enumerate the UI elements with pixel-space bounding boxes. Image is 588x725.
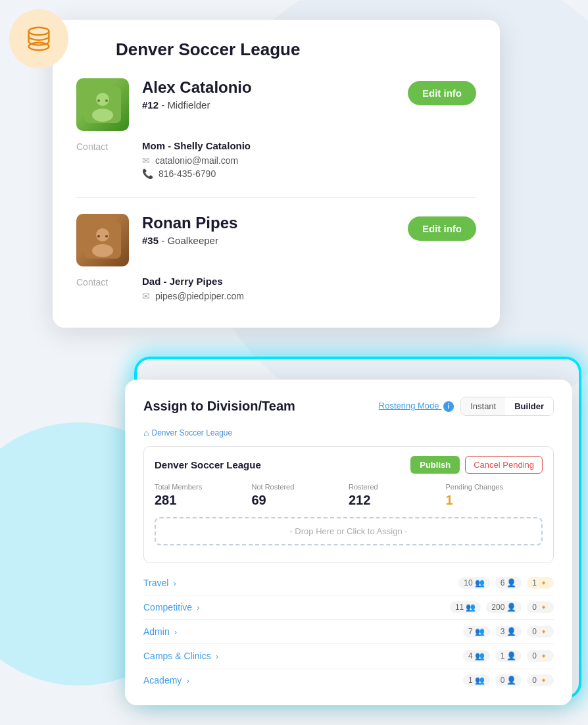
league-inner-header: Denver Soccer League Publish Cancel Pend…: [155, 456, 543, 474]
contact-details-1: Mom - Shelly Catalonio ✉ catalonio@mail.…: [129, 140, 476, 182]
svg-point-6: [105, 99, 108, 102]
badge-members-camps: 1 👤: [495, 650, 522, 662]
contact-email-2: ✉ pipes@piedpiper.com: [142, 291, 476, 301]
player-name-1: Alex Catalonio: [142, 78, 399, 97]
assign-card: Assign to Division/Team Rostering Mode i…: [125, 380, 572, 705]
badge-pending-competitive: 0 🔸: [527, 601, 554, 613]
not-rostered-label: Not Rostered: [252, 483, 349, 491]
rostered-value: 212: [349, 493, 446, 508]
cancel-pending-button[interactable]: Cancel Pending: [465, 456, 543, 474]
contact-name-1: Mom - Shelly Catalonio: [142, 140, 476, 151]
svg-point-1: [29, 43, 49, 51]
stat-total-members: Total Members 281: [155, 483, 252, 508]
badge-pending-camps: 0 🔸: [527, 650, 554, 662]
league-title: Denver Soccer League: [116, 39, 476, 60]
chevron-icon-travel: ›: [171, 579, 176, 588]
player-avatar-1: [76, 78, 129, 131]
svg-point-4: [92, 109, 113, 122]
division-badges-admin: 7 👥 3 👤 0 🔸: [463, 626, 554, 638]
svg-point-10: [97, 235, 100, 238]
drop-zone[interactable]: - Drop Here or Click to Assign -: [155, 517, 543, 545]
breadcrumb: ⌂ Denver Soccer League: [143, 428, 554, 438]
badge-pending-academy: 0 🔸: [527, 674, 554, 686]
svg-point-0: [29, 28, 49, 36]
player-divider: [76, 197, 476, 198]
stat-rostered: Rostered 212: [349, 483, 446, 508]
contact-details-2: Dad - Jerry Pipes ✉ pipes@piedpiper.com: [129, 276, 476, 304]
svg-point-5: [97, 99, 100, 102]
chevron-icon-camps: ›: [214, 652, 218, 661]
builder-mode-button[interactable]: Builder: [505, 397, 553, 415]
division-item-academy[interactable]: Academy › 1 👥 0 👤 0 🔸: [143, 668, 554, 692]
database-icon-circle: [9, 9, 68, 68]
league-inner-name: Denver Soccer League: [155, 459, 261, 470]
database-icon: [24, 24, 54, 54]
email-icon-2: ✉: [142, 291, 150, 301]
player-name-2: Ronan Pipes: [142, 214, 399, 232]
rostering-mode-link[interactable]: Rostering Mode i: [379, 401, 454, 412]
svg-point-3: [96, 93, 109, 106]
badge-teams-admin: 7 👥: [463, 626, 490, 638]
assign-header: Assign to Division/Team Rostering Mode i…: [143, 397, 554, 416]
player-info-1: Alex Catalonio #12 - Midfielder: [129, 78, 399, 111]
home-icon: ⌂: [143, 428, 149, 438]
svg-point-9: [92, 244, 113, 257]
publish-button[interactable]: Publish: [410, 456, 460, 474]
badge-members-academy: 0 👤: [495, 674, 522, 686]
inner-action-buttons: Publish Cancel Pending: [410, 456, 543, 474]
pending-label: Pending Changes: [446, 483, 543, 491]
division-badges-travel: 10 👥 6 👤 1 🔸: [458, 577, 554, 589]
chevron-icon-academy: ›: [184, 676, 189, 686]
division-name-camps: Camps & Clinics ›: [143, 651, 218, 661]
player-row-2: Ronan Pipes #35 - Goalkeeper Edit info: [76, 214, 476, 266]
division-item-competitive[interactable]: Competitive › 11 👥 200 👤 0 🔸: [143, 595, 554, 620]
division-badges-camps: 4 👥 1 👤 0 🔸: [463, 650, 554, 662]
badge-teams-academy: 1 👥: [463, 674, 490, 686]
chevron-icon-competitive: ›: [195, 603, 199, 612]
division-name-admin: Admin ›: [143, 626, 177, 637]
contact-email-1: ✉ catalonio@mail.com: [142, 155, 476, 166]
breadcrumb-link[interactable]: Denver Soccer League: [151, 428, 232, 438]
division-name-competitive: Competitive ›: [143, 602, 199, 612]
mode-button-group: Instant Builder: [460, 397, 554, 416]
edit-info-button-2[interactable]: Edit info: [408, 216, 476, 241]
player-number-1: #12 - Midfielder: [142, 99, 399, 111]
stat-not-rostered: Not Rostered 69: [252, 483, 349, 508]
division-name-academy: Academy ›: [143, 675, 189, 686]
contact-name-2: Dad - Jerry Pipes: [142, 276, 476, 287]
svg-point-8: [96, 228, 109, 241]
contact-section-2: Contact Dad - Jerry Pipes ✉ pipes@piedpi…: [76, 276, 476, 304]
edit-info-button-1[interactable]: Edit info: [408, 81, 476, 105]
instant-mode-button[interactable]: Instant: [461, 397, 505, 415]
division-badges-competitive: 11 👥 200 👤 0 🔸: [450, 601, 554, 613]
player-avatar-2: [76, 214, 129, 266]
division-list: Travel › 10 👥 6 👤 1 🔸 Competitive › 11 👥…: [143, 571, 554, 692]
badge-teams-travel: 10 👥: [458, 577, 489, 589]
division-name-travel: Travel ›: [143, 578, 176, 588]
rostering-mode-section: Rostering Mode i Instant Builder: [379, 397, 554, 416]
division-item-travel[interactable]: Travel › 10 👥 6 👤 1 🔸: [143, 571, 554, 595]
svg-point-11: [105, 235, 108, 238]
pending-value: 1: [446, 493, 543, 508]
division-item-camps[interactable]: Camps & Clinics › 4 👥 1 👤 0 🔸: [143, 644, 554, 668]
contact-label-1: Contact: [76, 140, 129, 152]
email-icon-1: ✉: [142, 155, 150, 166]
not-rostered-value: 69: [252, 493, 349, 508]
assign-title: Assign to Division/Team: [143, 399, 295, 414]
division-item-admin[interactable]: Admin › 7 👥 3 👤 0 🔸: [143, 620, 554, 644]
badge-pending-admin: 0 🔸: [527, 626, 554, 638]
badge-teams-camps: 4 👥: [463, 650, 490, 662]
player-row-1: Alex Catalonio #12 - Midfielder Edit inf…: [76, 78, 476, 131]
contact-section-1: Contact Mom - Shelly Catalonio ✉ catalon…: [76, 140, 476, 182]
badge-members-competitive: 200 👤: [486, 601, 522, 613]
badge-members-admin: 3 👤: [495, 626, 522, 638]
stats-row: Total Members 281 Not Rostered 69 Roster…: [155, 483, 543, 508]
player-number-2: #35 - Goalkeeper: [142, 235, 399, 246]
chevron-icon-admin: ›: [172, 628, 177, 637]
stat-pending: Pending Changes 1: [446, 483, 543, 508]
league-inner-box: Denver Soccer League Publish Cancel Pend…: [143, 446, 554, 563]
rostered-label: Rostered: [349, 483, 446, 491]
phone-icon-1: 📞: [142, 168, 153, 179]
division-badges-academy: 1 👥 0 👤 0 🔸: [463, 674, 554, 686]
badge-pending-travel: 1 🔸: [527, 577, 554, 589]
